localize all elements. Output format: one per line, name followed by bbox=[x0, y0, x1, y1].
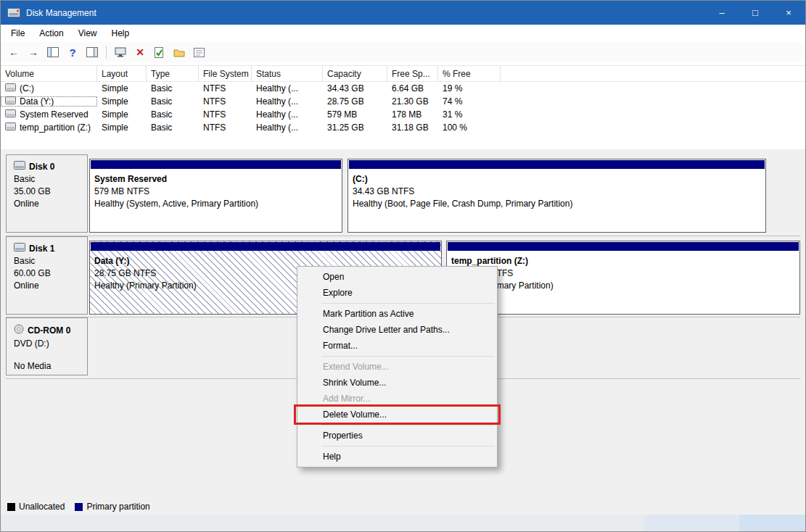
menu-item-properties[interactable]: Properties bbox=[297, 428, 497, 444]
disk-name: CD-ROM 0 bbox=[28, 325, 70, 337]
menu-item-delete-volume-label: Delete Volume... bbox=[323, 410, 387, 420]
console-tree-icon[interactable] bbox=[44, 44, 62, 60]
column-header-layout[interactable]: Layout bbox=[97, 66, 147, 81]
volume-capacity: 579 MB bbox=[323, 109, 387, 120]
partition-temp-z[interactable]: temp_partition (Z:) 31.25 GB NTFS Health… bbox=[446, 241, 800, 315]
action-pane-icon[interactable] bbox=[83, 44, 101, 60]
volume-fs: NTFS bbox=[199, 122, 252, 133]
volume-type: Basic bbox=[147, 122, 199, 133]
forward-icon[interactable]: → bbox=[25, 44, 42, 60]
column-header-capacity[interactable]: Capacity bbox=[323, 66, 387, 81]
drive-icon bbox=[5, 83, 16, 93]
menu-file[interactable]: File bbox=[4, 26, 32, 41]
help-icon[interactable]: ? bbox=[64, 44, 81, 60]
check-doc-icon[interactable] bbox=[151, 44, 168, 60]
volume-free: 31.18 GB bbox=[387, 122, 438, 133]
back-icon[interactable]: ← bbox=[5, 44, 22, 60]
legend-unallocated-label: Unallocated bbox=[19, 502, 65, 512]
partition-size: 579 MB NTFS bbox=[94, 186, 337, 198]
volume-capacity: 31.25 GB bbox=[323, 122, 387, 133]
toolbar: ← → ? ✕ bbox=[1, 42, 805, 63]
menu-item-shrink-volume[interactable]: Shrink Volume... bbox=[297, 375, 497, 391]
disk-kind: Basic bbox=[14, 255, 87, 267]
disk-name: Disk 0 bbox=[29, 161, 54, 173]
menu-help[interactable]: Help bbox=[104, 26, 137, 41]
drive-icon bbox=[5, 96, 16, 107]
menu-item-format[interactable]: Format... bbox=[297, 338, 497, 354]
column-header-free-space[interactable]: Free Sp... bbox=[387, 66, 438, 81]
disk-0-row: Disk 0 Basic 35.00 GB Online System Rese… bbox=[6, 154, 800, 236]
menu-action[interactable]: Action bbox=[32, 26, 70, 41]
disk-size: 35.00 GB bbox=[14, 186, 87, 198]
volume-row-data-y[interactable]: Data (Y:) Simple Basic NTFS Healthy (...… bbox=[1, 95, 805, 108]
volume-layout: Simple bbox=[97, 96, 147, 107]
volume-row-temp-partition[interactable]: temp_partition (Z:) Simple Basic NTFS He… bbox=[1, 121, 805, 134]
volume-type: Basic bbox=[147, 96, 199, 107]
menu-item-delete-volume[interactable]: Delete Volume... bbox=[297, 407, 497, 423]
form-icon[interactable] bbox=[190, 44, 207, 60]
volume-fs: NTFS bbox=[199, 96, 252, 107]
disk-kind: DVD (D:) bbox=[14, 338, 87, 350]
partition-color-bar bbox=[91, 160, 341, 169]
status-bar bbox=[1, 515, 805, 531]
menu-separator bbox=[321, 303, 495, 304]
cdrom-0-label[interactable]: CD-ROM 0 DVD (D:) No Media bbox=[6, 317, 88, 375]
disk-1-label[interactable]: Disk 1 Basic 60.00 GB Online bbox=[6, 236, 88, 315]
volume-status: Healthy (... bbox=[252, 109, 323, 120]
legend-primary-label: Primary partition bbox=[86, 502, 149, 512]
window-title: Disk Management bbox=[26, 8, 96, 18]
column-header-pct-free[interactable]: % Free bbox=[438, 66, 501, 81]
disk-management-window: Disk Management – □ × File Action View H… bbox=[0, 0, 806, 532]
volume-name: System Reserved bbox=[20, 109, 89, 120]
status-bar-segment-2 bbox=[739, 515, 805, 531]
volume-name: Data (Y:) bbox=[20, 96, 54, 107]
volume-table-header: Volume Layout Type File System Status Ca… bbox=[1, 65, 805, 82]
disk-name: Disk 1 bbox=[29, 243, 54, 255]
disk-icon bbox=[14, 243, 25, 255]
partition-status: Healthy (Boot, Page File, Crash Dump, Pr… bbox=[353, 198, 761, 210]
cd-icon bbox=[14, 324, 24, 338]
volume-capacity: 34.43 GB bbox=[323, 83, 387, 93]
volume-fs: NTFS bbox=[199, 109, 252, 120]
menu-item-change-drive-letter[interactable]: Change Drive Letter and Paths... bbox=[297, 322, 497, 338]
volume-pct-free: 19 % bbox=[438, 83, 501, 93]
volume-type: Basic bbox=[147, 83, 199, 93]
volume-layout: Simple bbox=[97, 83, 147, 93]
volume-row-system-reserved[interactable]: System Reserved Simple Basic NTFS Health… bbox=[1, 108, 805, 121]
menu-item-mark-partition-active[interactable]: Mark Partition as Active bbox=[297, 306, 497, 322]
volume-free: 6.64 GB bbox=[387, 83, 438, 93]
partition-c[interactable]: (C:) 34.43 GB NTFS Healthy (Boot, Page F… bbox=[348, 159, 766, 233]
menu-item-help[interactable]: Help bbox=[297, 449, 497, 465]
views-icon[interactable] bbox=[112, 44, 129, 60]
menu-item-explore[interactable]: Explore bbox=[297, 285, 497, 301]
menu-separator bbox=[321, 425, 495, 425]
drive-icon bbox=[5, 122, 16, 133]
toolbar-separator bbox=[106, 46, 107, 59]
disk-kind: Basic bbox=[14, 173, 87, 186]
column-header-volume[interactable]: Volume bbox=[1, 66, 97, 81]
disk-state: Online bbox=[14, 198, 87, 210]
volume-pct-free: 100 % bbox=[438, 122, 501, 133]
volume-fs: NTFS bbox=[199, 83, 252, 93]
column-header-type[interactable]: Type bbox=[147, 66, 199, 81]
drive-icon bbox=[5, 109, 16, 120]
minimize-button[interactable]: – bbox=[705, 1, 739, 25]
folder-icon[interactable] bbox=[170, 44, 188, 60]
app-icon[interactable] bbox=[7, 8, 20, 17]
column-header-file-system[interactable]: File System bbox=[199, 66, 252, 81]
menu-separator bbox=[321, 356, 495, 357]
maximize-button[interactable]: □ bbox=[739, 1, 772, 25]
window-controls: – □ × bbox=[705, 1, 805, 25]
disk-0-label[interactable]: Disk 0 Basic 35.00 GB Online bbox=[6, 154, 88, 233]
column-header-status[interactable]: Status bbox=[252, 66, 323, 81]
partition-color-bar bbox=[349, 160, 765, 169]
partition-system-reserved[interactable]: System Reserved 579 MB NTFS Healthy (Sys… bbox=[89, 159, 342, 233]
volume-pct-free: 74 % bbox=[438, 96, 501, 107]
menu-view[interactable]: View bbox=[71, 26, 104, 41]
partition-color-bar bbox=[448, 242, 799, 251]
volume-row-c[interactable]: (C:) Simple Basic NTFS Healthy (... 34.4… bbox=[1, 82, 805, 95]
close-button[interactable]: × bbox=[772, 1, 805, 25]
delete-volume-icon[interactable]: ✕ bbox=[131, 44, 149, 60]
menu-item-open[interactable]: Open bbox=[297, 269, 497, 285]
volume-name: (C:) bbox=[20, 83, 34, 93]
